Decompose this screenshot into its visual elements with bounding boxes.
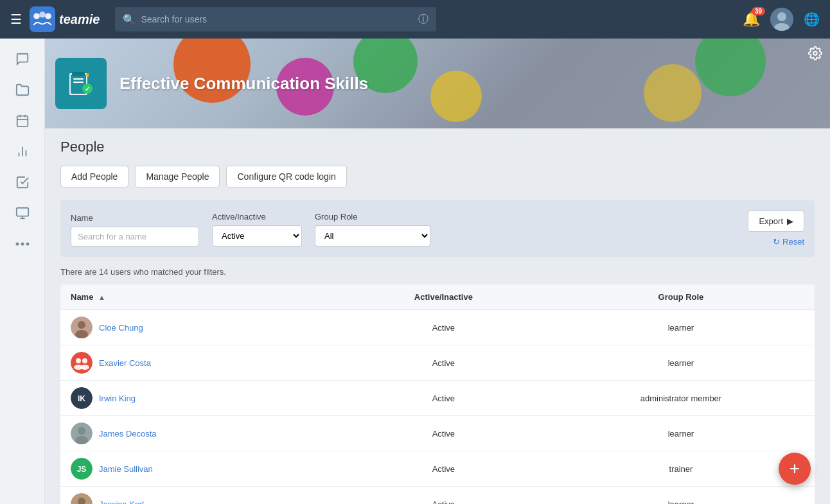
people-table: Name ▲ Active/Inactive Group Role Cloe C… [60,284,815,504]
sidebar-item-chat[interactable] [8,45,37,73]
logo-icon [30,6,55,32]
svg-point-34 [80,365,89,370]
banner-settings-icon[interactable] [808,46,822,64]
fab-add-button[interactable]: + [779,453,811,485]
sidebar-item-calendar[interactable] [8,107,37,135]
user-avatar-2: IK [71,387,93,409]
sidebar-item-folder[interactable] [8,76,37,104]
sidebar-item-tasks[interactable] [8,168,37,196]
search-icon: 🔍 [123,13,136,26]
user-name-link-1[interactable]: Exavier Costa [99,358,151,368]
global-search-bar[interactable]: 🔍 ⓘ [115,7,436,31]
col-name[interactable]: Name ▲ [60,284,340,310]
reset-label: Reset [782,237,804,247]
hamburger-menu[interactable]: ☰ [10,12,22,27]
search-info-icon[interactable]: ⓘ [418,13,428,26]
user-avatar[interactable] [770,8,793,31]
svg-rect-25 [72,72,85,76]
svg-point-31 [76,358,81,363]
notifications-bell[interactable]: 🔔 39 [743,11,760,28]
svg-rect-21 [73,78,84,80]
name-filter-group: Name [71,213,199,247]
user-avatar-4: JS [71,458,93,480]
svg-text:✓: ✓ [85,85,90,92]
table-header: Name ▲ Active/Inactive Group Role [60,284,815,310]
sidebar-item-more[interactable] [8,230,37,258]
user-name-link-4[interactable]: Jamie Sullivan [99,464,153,474]
add-people-button[interactable]: Add People [60,166,128,187]
table-row: Cloe Chung Active learner [60,310,815,345]
sort-icon: ▲ [98,293,105,301]
svg-point-2 [45,13,51,19]
col-active-inactive[interactable]: Active/Inactive [340,284,547,310]
user-role-5: learner [547,487,815,505]
svg-text:JS: JS [77,465,87,474]
svg-point-4 [777,12,786,21]
svg-rect-13 [16,208,28,216]
results-info: There are 14 users who matched your filt… [60,267,815,277]
user-avatar-0 [71,317,93,338]
reset-icon: ↻ [773,237,780,247]
export-icon: ▶ [787,216,793,226]
user-cell-0: Cloe Chung [60,310,340,345]
user-role-2: administrator member [547,381,815,416]
reset-button[interactable]: ↻ Reset [773,237,804,247]
svg-point-38 [78,427,85,435]
sidebar-item-chart[interactable] [8,137,37,166]
table-row: James Decosta Active learner [60,416,815,451]
nav-right: 🔔 39 🌐 [743,8,820,31]
name-filter-input[interactable] [71,227,199,247]
user-status-2: Active [340,381,547,416]
table-row: Exavier Costa Active learner [60,345,815,381]
filter-panel: Name Active/Inactive Active Inactive All… [60,200,815,257]
user-name-link-5[interactable]: Jessica Karl [99,500,144,505]
svg-point-0 [33,13,40,19]
svg-point-26 [813,51,817,55]
user-role-1: learner [547,345,815,381]
course-banner: ✓ Effective Communication Skills [45,39,830,128]
configure-qr-button[interactable]: Configure QR code login [226,166,346,187]
banner-shape-6 [644,64,702,122]
content-area: ✓ Effective Communication Skills People … [45,39,830,504]
page-title: People [60,139,815,155]
user-role-3: learner [547,416,815,451]
people-section: People Add People Manage People Configur… [45,128,830,504]
table-row: IK Irwin King Active administrator membe… [60,381,815,416]
banner-shape-4 [430,71,482,122]
export-label: Export [759,216,783,226]
user-role-4: trainer [547,451,815,487]
manage-people-button[interactable]: Manage People [135,166,220,187]
table-body: Cloe Chung Active learner Exavier Costa … [60,310,815,505]
active-filter-select[interactable]: Active Inactive All [212,225,302,247]
left-sidebar [0,39,45,504]
active-filter-group: Active/Inactive Active Inactive All [212,212,302,247]
export-button[interactable]: Export ▶ [748,211,804,232]
global-search-input[interactable] [141,14,413,24]
filter-actions: Export ▶ ↻ Reset [748,211,804,247]
user-status-0: Active [340,310,547,345]
user-cell-4: JS Jamie Sullivan [60,451,340,487]
svg-point-30 [71,352,93,374]
user-name-link-2[interactable]: Irwin King [99,394,136,403]
user-avatar-1 [71,352,93,374]
svg-point-32 [82,358,87,363]
role-filter-label: Group Role [315,212,430,222]
svg-point-1 [39,12,46,18]
name-filter-label: Name [71,213,199,223]
svg-rect-22 [73,82,84,83]
user-name-link-3[interactable]: James Decosta [99,429,157,439]
svg-point-16 [15,243,19,246]
logo[interactable]: teamie [30,6,100,32]
user-name-link-0[interactable]: Cloe Chung [99,323,143,333]
col-group-role[interactable]: Group Role [547,284,815,310]
svg-point-17 [21,243,24,246]
globe-icon[interactable]: 🌐 [804,12,820,27]
main-layout: ✓ Effective Communication Skills People … [0,39,830,504]
user-cell-1: Exavier Costa [60,345,340,381]
course-logo: ✓ [55,58,107,109]
sidebar-item-monitor[interactable] [8,199,37,227]
svg-point-18 [26,243,29,246]
role-filter-select[interactable]: All learner trainer administrator member [315,225,430,247]
table-row: Jessica Karl Active learner [60,487,815,505]
user-cell-2: IK Irwin King [60,381,340,416]
